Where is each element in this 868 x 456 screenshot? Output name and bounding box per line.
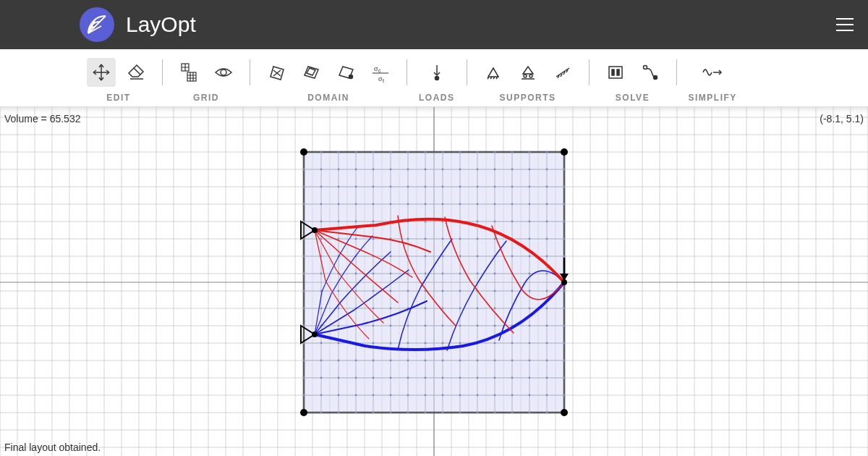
svg-point-198	[373, 360, 375, 362]
svg-point-219	[407, 169, 409, 171]
domain-cut-tool[interactable]	[262, 58, 291, 87]
svg-point-190	[373, 221, 375, 223]
svg-point-347	[546, 169, 548, 171]
svg-point-202	[390, 151, 392, 153]
svg-point-145	[320, 273, 323, 275]
svg-point-212	[390, 325, 392, 327]
svg-point-322	[511, 290, 514, 292]
svg-point-138	[320, 151, 323, 153]
svg-point-268	[459, 186, 461, 188]
svg-point-295	[477, 377, 479, 379]
svg-point-361	[546, 412, 548, 414]
volume-readout: Volume = 65.532	[4, 113, 80, 124]
svg-point-382	[312, 227, 318, 233]
svg-point-156	[338, 186, 340, 188]
svg-point-185	[355, 412, 357, 414]
svg-point-208	[390, 256, 392, 258]
svg-point-191	[373, 238, 375, 240]
svg-point-199	[373, 377, 375, 379]
svg-point-284	[477, 186, 479, 188]
svg-point-329	[511, 412, 514, 414]
svg-point-236	[425, 186, 427, 188]
svg-point-380	[300, 409, 307, 416]
svg-point-350	[546, 221, 548, 223]
svg-point-279	[459, 377, 461, 379]
svg-point-131	[303, 308, 305, 310]
support-pin-tool[interactable]	[479, 58, 508, 87]
stress-ratio-tool[interactable]: σc σt	[366, 58, 395, 87]
domain-outer-tool[interactable]	[297, 58, 326, 87]
svg-point-129	[303, 273, 305, 275]
svg-point-197	[373, 342, 375, 345]
svg-point-2	[221, 69, 226, 75]
svg-point-239	[425, 238, 427, 240]
svg-point-280	[459, 394, 461, 397]
move-tool[interactable]	[87, 58, 116, 87]
svg-point-339	[529, 308, 531, 310]
grid-visibility-tool[interactable]	[209, 58, 238, 87]
svg-point-287	[477, 238, 479, 240]
toolbar-divider	[407, 59, 407, 85]
svg-point-281	[459, 412, 461, 414]
support-line-tool[interactable]	[548, 58, 577, 87]
svg-point-246	[425, 360, 427, 362]
svg-point-134	[303, 360, 305, 362]
svg-point-266	[459, 151, 461, 153]
svg-rect-12	[612, 69, 614, 75]
svg-point-259	[442, 308, 444, 310]
svg-point-277	[459, 342, 461, 345]
svg-point-378	[300, 148, 307, 156]
svg-point-364	[563, 186, 566, 188]
svg-point-336	[529, 256, 531, 258]
svg-point-292	[477, 325, 479, 327]
svg-point-230	[407, 360, 409, 362]
svg-point-157	[338, 203, 340, 206]
erase-tool[interactable]	[122, 58, 150, 87]
cursor-coordinates: (-8.1, 5.1)	[820, 113, 864, 124]
svg-point-228	[407, 325, 409, 327]
grid-density-tool[interactable]	[174, 58, 203, 87]
svg-point-231	[407, 377, 409, 379]
svg-point-139	[320, 169, 323, 171]
svg-point-194	[373, 290, 375, 292]
svg-point-265	[442, 412, 444, 414]
svg-point-330	[529, 151, 531, 153]
svg-point-373	[563, 342, 566, 345]
svg-point-172	[355, 186, 357, 188]
menu-button[interactable]	[836, 18, 854, 31]
svg-rect-11	[609, 67, 622, 78]
svg-point-351	[546, 238, 548, 240]
svg-point-314	[511, 151, 514, 153]
svg-point-196	[373, 325, 375, 327]
toolbar-divider	[162, 59, 163, 85]
toolbar-group-domain: σc σt DOMAIN	[262, 56, 395, 103]
svg-point-253	[442, 203, 444, 206]
domain-add-tool[interactable]	[331, 58, 360, 87]
svg-point-313	[494, 412, 496, 414]
solve-tool[interactable]	[601, 58, 630, 87]
svg-point-141	[320, 203, 323, 206]
svg-point-316	[511, 186, 514, 188]
svg-point-154	[338, 151, 340, 153]
svg-point-130	[303, 290, 305, 292]
svg-point-135	[303, 377, 305, 379]
app-logo-icon	[80, 7, 114, 42]
design-canvas[interactable]: Volume = 65.532 (-8.1, 5.1) Final layout…	[0, 107, 868, 456]
toolbar-label-simplify: SIMPLIFY	[689, 93, 737, 103]
svg-point-203	[390, 169, 392, 171]
support-roller-tool[interactable]	[514, 58, 542, 87]
svg-point-14	[643, 66, 647, 69]
svg-point-155	[338, 169, 340, 171]
svg-point-211	[390, 308, 392, 310]
svg-point-226	[407, 290, 409, 292]
svg-point-341	[529, 342, 531, 345]
simplify-tool[interactable]	[698, 58, 727, 87]
svg-point-215	[390, 377, 392, 379]
node-connect-tool[interactable]	[636, 58, 665, 87]
svg-point-162	[338, 290, 340, 292]
load-point-tool[interactable]	[422, 58, 451, 87]
svg-point-356	[546, 325, 548, 327]
svg-point-309	[494, 342, 496, 345]
svg-point-167	[338, 377, 340, 379]
svg-rect-13	[617, 69, 619, 75]
